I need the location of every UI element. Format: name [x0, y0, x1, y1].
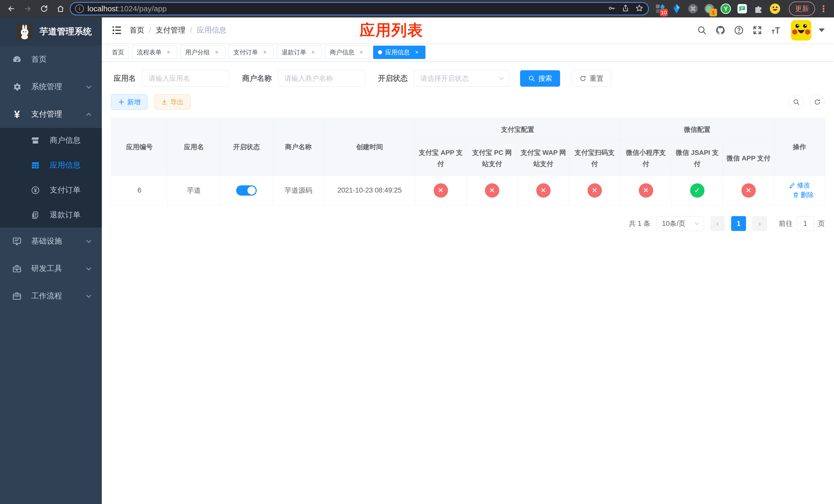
- chevron-down-icon: [86, 293, 91, 298]
- forward-icon[interactable]: [21, 2, 35, 16]
- sidebar-item-refund-orders[interactable]: 退款订单: [0, 203, 102, 227]
- tab-user-group[interactable]: 用户分组×: [180, 46, 225, 59]
- search-button[interactable]: 搜索: [520, 70, 560, 87]
- dashboard-icon: [12, 54, 22, 65]
- document-icon: [30, 210, 41, 220]
- sidebar-item-label: 应用信息: [50, 160, 81, 170]
- app-title: 芋道管理系统: [40, 26, 92, 38]
- cell-created: 2021-10-23 08:49:25: [324, 176, 415, 205]
- sidebar-item-pay-orders[interactable]: 支付订单: [0, 178, 102, 203]
- puzzle-extensions-icon[interactable]: [753, 3, 764, 14]
- kite-extension-icon[interactable]: [671, 3, 682, 14]
- chrome-update-button[interactable]: 更新: [789, 2, 815, 16]
- close-icon[interactable]: ×: [213, 48, 221, 56]
- sidebar-item-merchant-info[interactable]: 商户信息: [0, 128, 102, 153]
- chevron-down-icon: [499, 76, 504, 80]
- site-info-icon[interactable]: i: [75, 4, 84, 13]
- breadcrumb: 首页 / 支付管理 / 应用信息: [130, 25, 226, 36]
- app-table: 应用编号 应用名 开启状态 商户名称 创建时间 支付宝配置 微信配置 操作 支付…: [111, 118, 825, 205]
- share-icon[interactable]: [621, 4, 630, 13]
- sidebar-fold-icon[interactable]: [111, 25, 122, 36]
- home-icon[interactable]: [53, 2, 68, 16]
- alipay-pc-status-icon: ✕: [485, 183, 499, 198]
- user-avatar[interactable]: [791, 20, 811, 41]
- tab-process-form[interactable]: 流程表单×: [132, 46, 177, 59]
- prev-page-button[interactable]: ‹: [710, 216, 725, 231]
- col-wechat-lite: 微信小程序支付: [620, 141, 672, 176]
- table-grid-icon: [30, 160, 41, 170]
- sidebar-item-label: 系统管理: [31, 82, 78, 92]
- tab-home[interactable]: 首页: [107, 46, 129, 59]
- github-icon[interactable]: [713, 23, 728, 38]
- help-icon[interactable]: [731, 23, 746, 38]
- sidebar-item-workflow[interactable]: 工作流程: [0, 282, 102, 310]
- svg-text:Y: Y: [724, 5, 728, 12]
- fullscreen-icon[interactable]: [750, 23, 765, 38]
- page-annotation: 应用列表: [359, 20, 423, 41]
- sidebar-item-label: 基础设施: [31, 236, 78, 246]
- close-icon[interactable]: ×: [164, 48, 172, 56]
- export-button[interactable]: 导出: [154, 94, 191, 110]
- edit-link[interactable]: 修改: [789, 181, 810, 190]
- alipay-wap-status-icon: ✕: [536, 183, 551, 198]
- add-button[interactable]: 新增: [111, 94, 148, 110]
- sidebar-item-app-info[interactable]: 应用信息: [0, 153, 102, 178]
- col-merchant: 商户名称: [273, 118, 324, 176]
- sidebar: 芋道管理系统 首页 系统管理 ¥ 支付管理: [0, 18, 102, 504]
- url-bar[interactable]: i localhost:1024/pay/app: [70, 2, 649, 15]
- refresh-button[interactable]: [810, 95, 825, 110]
- tab-app-info[interactable]: 应用信息×: [373, 46, 425, 59]
- status-select[interactable]: 请选择开启状态: [414, 70, 509, 87]
- app-logo[interactable]: 芋道管理系统: [0, 18, 102, 46]
- wechat-jsapi-status-icon: ✓: [690, 183, 704, 198]
- enabled-toggle[interactable]: [236, 185, 257, 196]
- browser-menu-icon[interactable]: ⋮: [817, 4, 830, 14]
- pagination-total: 共 1 条: [629, 219, 650, 228]
- tab-pay-orders[interactable]: 支付订单×: [228, 46, 273, 59]
- reload-icon[interactable]: [37, 2, 51, 16]
- monitor-icon: [12, 236, 22, 246]
- chevron-up-icon: [86, 113, 91, 118]
- sidebar-item-infrastructure[interactable]: 基础设施: [0, 227, 102, 255]
- toggle-search-button[interactable]: [789, 95, 804, 110]
- merchant-name-input[interactable]: [278, 70, 365, 87]
- goto-page-input[interactable]: [796, 216, 814, 231]
- back-icon[interactable]: [4, 2, 19, 16]
- sidebar-item-label: 支付订单: [50, 185, 81, 196]
- wechat-lite-status-icon: ✕: [639, 183, 653, 198]
- close-icon[interactable]: ×: [309, 48, 317, 56]
- sidebar-item-label: 退款订单: [50, 210, 81, 220]
- sidebar-item-system[interactable]: 系统管理: [0, 73, 102, 100]
- profile-avatar-icon[interactable]: [769, 3, 781, 14]
- y-logo-extension-icon[interactable]: Y: [720, 3, 731, 14]
- font-size-icon[interactable]: [768, 23, 783, 38]
- page-size-select[interactable]: 10条/页: [657, 216, 704, 231]
- sidebar-item-home[interactable]: 首页: [0, 46, 102, 73]
- col-enabled: 开启状态: [220, 118, 273, 176]
- app-name-input[interactable]: [142, 70, 229, 87]
- close-icon[interactable]: ×: [261, 48, 269, 56]
- tab-merchant-info[interactable]: 商户信息×: [325, 46, 370, 59]
- next-page-button[interactable]: ›: [752, 216, 767, 231]
- close-icon[interactable]: ×: [357, 48, 365, 56]
- circle-extension-icon[interactable]: 1: [704, 3, 715, 14]
- bookmark-star-icon[interactable]: [635, 4, 643, 13]
- password-key-icon[interactable]: [608, 4, 616, 13]
- delete-link[interactable]: 删除: [792, 190, 814, 200]
- command-extension-icon[interactable]: ⌘: [687, 3, 699, 14]
- top-navbar: 首页 / 支付管理 / 应用信息 应用列表: [102, 18, 834, 43]
- sidebar-item-payment[interactable]: ¥ 支付管理: [0, 100, 102, 128]
- page-1-button[interactable]: 1: [731, 216, 746, 231]
- tab-refund-orders[interactable]: 退款订单×: [277, 46, 322, 59]
- sidebar-item-dev-tools[interactable]: 研发工具: [0, 255, 102, 282]
- chat-extension-icon[interactable]: [737, 3, 748, 14]
- search-icon[interactable]: [695, 23, 709, 38]
- sidebar-item-label: 商户信息: [50, 135, 81, 145]
- reset-button[interactable]: 重置: [571, 70, 611, 87]
- avatar-dropdown-icon[interactable]: [819, 28, 825, 32]
- close-icon[interactable]: ×: [413, 48, 421, 56]
- breadcrumb-payment[interactable]: 支付管理: [156, 25, 185, 36]
- breadcrumb-home[interactable]: 首页: [130, 25, 145, 36]
- sidebar-item-label: 工作流程: [31, 291, 78, 301]
- grid-extension-icon[interactable]: 10: [655, 3, 666, 14]
